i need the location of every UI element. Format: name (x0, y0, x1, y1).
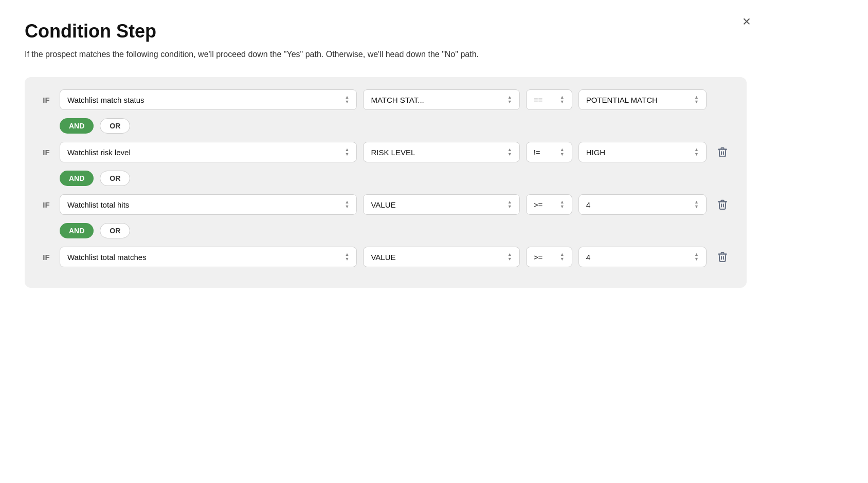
if-label-3: IF (39, 200, 53, 209)
or-button-2[interactable]: OR (100, 171, 130, 186)
chevron-icon-2: ▲▼ (345, 147, 350, 157)
chevron-icon-val-1: ▲▼ (694, 95, 699, 104)
chevron-icon-val-2: ▲▼ (694, 147, 699, 157)
and-button-3[interactable]: AND (60, 223, 94, 238)
chevron-icon-op-3: ▲▼ (560, 200, 565, 209)
if-label-2: IF (39, 148, 53, 157)
type-value-3: VALUE (371, 200, 395, 209)
field-value-2: Watchlist risk level (67, 148, 131, 157)
chevron-icon-type-4: ▲▼ (508, 252, 512, 262)
chevron-icon-type-2: ▲▼ (508, 147, 512, 157)
chevron-icon-4: ▲▼ (345, 252, 350, 262)
type-value-1: MATCH STAT... (371, 96, 424, 104)
operator-value-4: >= (534, 253, 543, 262)
field-value-4: Watchlist total matches (67, 253, 147, 262)
operator-value-2: != (534, 148, 540, 157)
chevron-icon-1: ▲▼ (345, 95, 350, 104)
modal-description: If the prospect matches the following co… (25, 48, 487, 61)
type-value-2: RISK LEVEL (371, 148, 415, 157)
value-text-2: HIGH (586, 148, 606, 157)
operator-select-1[interactable]: == ▲▼ (526, 89, 572, 110)
condition-row-3: IF Watchlist total hits ▲▼ VALUE ▲▼ >= ▲… (39, 194, 732, 215)
if-label-4: IF (39, 253, 53, 262)
chevron-icon-val-4: ▲▼ (694, 252, 699, 262)
value-text-4: 4 (586, 253, 590, 262)
condition-row-1: IF Watchlist match status ▲▼ MATCH STAT.… (39, 89, 732, 110)
delete-button-3[interactable] (713, 196, 732, 213)
close-button[interactable]: × (738, 12, 755, 31)
operator-value-1: == (534, 96, 543, 104)
delete-button-2[interactable] (713, 143, 732, 161)
chevron-icon-op-1: ▲▼ (560, 95, 565, 104)
field-value-3: Watchlist total hits (67, 200, 129, 209)
field-select-2[interactable]: Watchlist risk level ▲▼ (60, 142, 357, 162)
field-value-1: Watchlist match status (67, 96, 144, 104)
type-select-2[interactable]: RISK LEVEL ▲▼ (363, 142, 519, 162)
field-select-4[interactable]: Watchlist total matches ▲▼ (60, 247, 357, 267)
type-select-4[interactable]: VALUE ▲▼ (363, 247, 519, 267)
operator-select-4[interactable]: >= ▲▼ (526, 247, 572, 267)
value-text-3: 4 (586, 200, 590, 209)
logic-row-1: AND OR (60, 118, 732, 134)
condition-row-4: IF Watchlist total matches ▲▼ VALUE ▲▼ >… (39, 247, 732, 267)
type-select-3[interactable]: VALUE ▲▼ (363, 194, 519, 215)
operator-select-2[interactable]: != ▲▼ (526, 142, 572, 162)
conditions-panel: IF Watchlist match status ▲▼ MATCH STAT.… (25, 77, 747, 288)
chevron-icon-val-3: ▲▼ (694, 200, 699, 209)
if-label-1: IF (39, 96, 53, 104)
trash-icon-3 (717, 199, 728, 210)
field-select-3[interactable]: Watchlist total hits ▲▼ (60, 194, 357, 215)
operator-value-3: >= (534, 200, 543, 209)
value-select-4[interactable]: 4 ▲▼ (578, 247, 707, 267)
type-value-4: VALUE (371, 253, 395, 262)
field-select-1[interactable]: Watchlist match status ▲▼ (60, 89, 357, 110)
chevron-icon-type-3: ▲▼ (508, 200, 512, 209)
trash-icon-4 (717, 251, 728, 263)
chevron-icon-3: ▲▼ (345, 200, 350, 209)
value-select-3[interactable]: 4 ▲▼ (578, 194, 707, 215)
trash-icon-2 (717, 146, 728, 158)
modal-container: × Condition Step If the prospect matches… (0, 0, 771, 312)
operator-select-3[interactable]: >= ▲▼ (526, 194, 572, 215)
condition-row-2: IF Watchlist risk level ▲▼ RISK LEVEL ▲▼… (39, 142, 732, 162)
logic-row-3: AND OR (60, 223, 732, 238)
value-select-2[interactable]: HIGH ▲▼ (578, 142, 707, 162)
value-text-1: POTENTIAL MATCH (586, 96, 658, 104)
value-select-1[interactable]: POTENTIAL MATCH ▲▼ (578, 89, 707, 110)
chevron-icon-op-2: ▲▼ (560, 147, 565, 157)
delete-button-4[interactable] (713, 248, 732, 266)
and-button-2[interactable]: AND (60, 171, 94, 186)
and-button-1[interactable]: AND (60, 118, 94, 134)
or-button-1[interactable]: OR (100, 118, 130, 134)
chevron-icon-type-1: ▲▼ (508, 95, 512, 104)
type-select-1[interactable]: MATCH STAT... ▲▼ (363, 89, 519, 110)
logic-row-2: AND OR (60, 171, 732, 186)
or-button-3[interactable]: OR (100, 223, 130, 238)
chevron-icon-op-4: ▲▼ (560, 252, 565, 262)
modal-title: Condition Step (25, 21, 747, 42)
